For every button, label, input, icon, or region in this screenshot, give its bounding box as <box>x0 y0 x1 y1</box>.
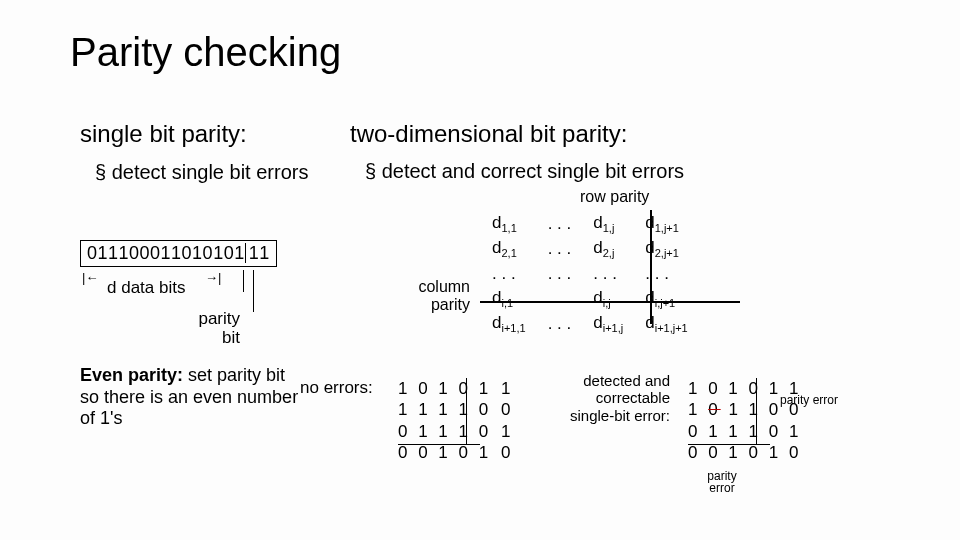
bullet-icon: § <box>95 161 112 183</box>
matrix-vline-icon <box>650 210 652 324</box>
right-bullet-text: detect and correct single bit errors <box>382 160 684 182</box>
left-bullet-text: detect single bit errors <box>112 161 309 183</box>
grid-with-error: 1 0 1 0 1 1 1 0 1 1 0 0 0 1 1 1 0 1 0 0 … <box>688 378 801 463</box>
left-heading: single bit parity: <box>80 120 247 148</box>
parity-bit-label: parity bit <box>180 310 240 347</box>
row-parity-label: row parity <box>580 188 649 206</box>
flipped-bit: 0 <box>708 400 720 419</box>
grid2-vline-icon <box>756 378 757 444</box>
even-parity-note: Even parity: set parity bit so there is … <box>80 365 300 430</box>
even-parity-bold: Even parity: <box>80 365 183 385</box>
pointer-line-icon <box>253 270 254 312</box>
parity-matrix: d1,1 . . . d1,j d1,j+1 d2,1 . . . d2,j d… <box>480 210 700 338</box>
grid2-hline-icon <box>688 444 770 445</box>
arrow-left-icon: |← <box>82 270 98 285</box>
column-parity-label: column parity <box>400 278 470 313</box>
bit-sequence: 011100011010101 <box>87 243 245 263</box>
data-bits-label: d data bits <box>107 278 185 298</box>
divider-icon <box>243 270 244 292</box>
grid1-hline-icon <box>398 444 480 445</box>
left-bullet: § detect single bit errors <box>95 160 308 184</box>
detected-label: detected and correctable single-bit erro… <box>560 372 670 424</box>
grid-no-errors: 1 0 1 0 1 1 1 1 1 1 0 0 0 1 1 1 0 1 0 0 … <box>398 378 513 463</box>
page-title: Parity checking <box>70 30 341 75</box>
parity-error-bottom: parity error <box>702 470 742 494</box>
parity-bit-cell: 11 <box>245 243 270 263</box>
arrow-right-icon: →| <box>205 270 221 285</box>
bit-sequence-box: 01110001101010111 <box>80 240 277 267</box>
right-heading: two-dimensional bit parity: <box>350 120 627 148</box>
matrix-hline-icon <box>480 301 740 303</box>
grid1-vline-icon <box>466 378 467 444</box>
no-errors-label: no errors: <box>300 378 373 398</box>
bullet-icon: § <box>365 160 382 182</box>
parity-error-right: parity error <box>780 394 838 406</box>
right-bullet: § detect and correct single bit errors <box>365 160 684 183</box>
